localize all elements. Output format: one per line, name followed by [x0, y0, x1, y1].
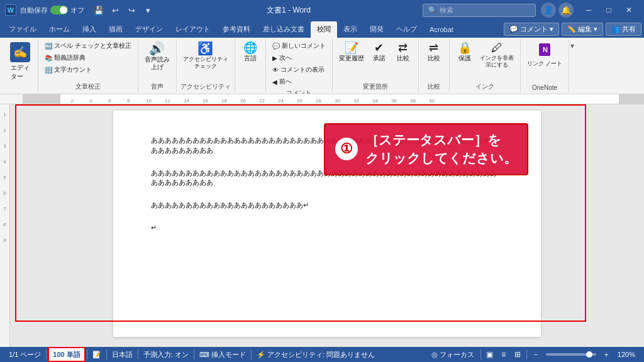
compare-content: ⇌ 比較	[423, 40, 445, 81]
ribbon-expand[interactable]: ▾	[569, 39, 575, 92]
protect-group-label: インク	[453, 81, 516, 91]
zoom-in-button[interactable]: ＋	[600, 348, 613, 361]
maximize-button[interactable]: □	[599, 0, 619, 20]
edit-dropdown-icon: ▾	[594, 25, 597, 33]
next-icon: ▶	[272, 55, 277, 62]
accessibility-content: ♿ アクセシビリティチェック	[180, 40, 231, 81]
language-icon: 🌐	[243, 42, 257, 53]
tab-home[interactable]: ホーム	[43, 21, 76, 38]
word-count-status[interactable]: 100 単語	[48, 347, 85, 362]
svg-text:N: N	[543, 46, 548, 53]
redo-icon[interactable]: ↪	[125, 3, 138, 17]
comments-group-label: コメント	[270, 87, 328, 94]
track-changes-label: 変更履歴	[339, 55, 364, 62]
document-page[interactable]: ① ［ステータスバー］を クリックしてください。 あああああああああああああああ…	[113, 111, 541, 337]
show-comments-button[interactable]: 👁 コメントの表示	[270, 64, 328, 75]
language-button[interactable]: 🌐 言語	[239, 40, 262, 64]
save-icon[interactable]: 💾	[92, 3, 106, 17]
zoom-slider[interactable]	[546, 353, 596, 356]
doc-line-3[interactable]: ああああああああああああああああああああああ↵	[151, 200, 503, 211]
protect-button[interactable]: 🔒 保護	[453, 40, 476, 64]
spell-check-button[interactable]: 🔤 スペル チェックと文章校正	[42, 40, 134, 52]
tab-review[interactable]: 校閲	[311, 21, 337, 38]
predict-label: 予測入力: オン	[143, 350, 189, 359]
customize-icon[interactable]: ▾	[141, 3, 155, 17]
compare-button[interactable]: ⇌ 比較	[423, 40, 445, 64]
new-comment-button[interactable]: 💬 新しいコメント	[270, 40, 328, 52]
edit-label: 編集	[578, 25, 592, 34]
link-notes-button[interactable]: N リンク ノート	[525, 40, 565, 69]
tab-design[interactable]: デザイン	[129, 21, 169, 38]
predict-status[interactable]: 予測入力: オン	[140, 347, 192, 362]
ribbon-tabs: ファイル ホーム 挿入 描画 デザイン レイアウト 参考資料 差し込み文書 校閲…	[0, 20, 644, 38]
bell-icon[interactable]: 🔔	[558, 3, 574, 18]
user-icons: 👤 🔔	[541, 3, 574, 18]
link-notes-icon: N	[537, 42, 552, 59]
tab-view[interactable]: 表示	[337, 21, 364, 38]
tab-developer[interactable]: 開発	[364, 21, 390, 38]
tab-help[interactable]: ヘルプ	[390, 21, 423, 38]
accept-button[interactable]: ✔ 承諾	[368, 40, 391, 64]
editor-label: エディター	[11, 63, 30, 81]
status-sep-8	[526, 349, 527, 359]
compare-label: 比較	[397, 55, 409, 62]
page-count-status[interactable]: 1/1 ページ	[5, 347, 45, 362]
language-group-label	[239, 90, 262, 91]
tab-mailings[interactable]: 差し込み文書	[257, 21, 311, 38]
ribbon-group-language: 🌐 言語	[235, 39, 266, 92]
wordcount-button[interactable]: 🔢 文字カウント	[42, 64, 134, 75]
close-button[interactable]: ✕	[619, 0, 639, 20]
autosave-toggle[interactable]	[50, 6, 68, 14]
track-changes-button[interactable]: 📝 変更履歴	[336, 40, 367, 64]
track-changes-indicator[interactable]: 📝	[89, 347, 105, 362]
edit-icon: ✏️	[567, 25, 576, 33]
window-controls: ─ □ ✕	[579, 0, 639, 20]
next-comment-button[interactable]: ▶ 次へ	[270, 52, 328, 63]
doc-line-4[interactable]: ↵	[151, 223, 503, 233]
tab-references[interactable]: 参考資料	[216, 21, 257, 38]
tab-file[interactable]: ファイル	[3, 21, 43, 38]
view-read[interactable]: ≡	[497, 348, 510, 361]
speech-button[interactable]: 🔊 音声読み上げ	[142, 40, 172, 73]
document-area[interactable]: ① ［ステータスバー］を クリックしてください。 あああああああああああああああ…	[10, 104, 644, 347]
hide-ink-button[interactable]: 🖊 インクを非表示にする	[477, 40, 516, 70]
editor-button[interactable]: ✍ エディター	[6, 40, 34, 83]
tab-draw[interactable]: 描画	[103, 21, 129, 38]
undo-icon[interactable]: ↩	[108, 3, 122, 17]
tab-insert[interactable]: 挿入	[76, 21, 103, 38]
edit-button[interactable]: ✏️ 編集 ▾	[562, 23, 603, 36]
user-avatar[interactable]: 👤	[541, 3, 556, 18]
ribbon-group-editor: ✍ エディター	[3, 39, 38, 92]
accessibility-status[interactable]: ⚡ アクセシビリティ: 問題ありません	[253, 347, 379, 362]
comment-button[interactable]: 💬 コメント ▾	[504, 23, 559, 36]
search-box[interactable]: 🔍 検索	[423, 4, 536, 17]
accessibility-status-label: アクセシビリティ: 問題ありません	[267, 350, 375, 359]
prev-comment-button[interactable]: ◀ 前へ	[270, 76, 328, 87]
tab-layout[interactable]: レイアウト	[169, 21, 216, 38]
accessibility-button[interactable]: ♿ アクセシビリティチェック	[180, 40, 231, 72]
autosave-area[interactable]: 自動保存 オフ	[20, 6, 84, 15]
speech-label: 音声読み上げ	[145, 56, 170, 71]
ribbon-group-protect: 🔒 保護 🖊 インクを非表示にする インク	[450, 39, 521, 92]
app-icon: W	[5, 4, 16, 16]
zoom-percent[interactable]: 120%	[614, 351, 639, 358]
autosave-state: オフ	[70, 6, 84, 15]
hide-ink-icon: 🖊	[491, 42, 502, 53]
ribbon-group-accessibility: ♿ アクセシビリティチェック アクセシビリティ	[177, 39, 235, 92]
compare-btn1[interactable]: ⇄ 比較	[392, 40, 414, 64]
minimize-button[interactable]: ─	[579, 0, 599, 20]
insert-mode-status[interactable]: ⌨ 挿入モード	[196, 347, 250, 362]
zoom-label: 120%	[618, 351, 635, 358]
status-sep-1	[46, 349, 47, 359]
autosave-label: 自動保存	[20, 6, 48, 15]
language-status[interactable]: 日本語	[108, 347, 136, 362]
thesaurus-icon: 📚	[45, 55, 52, 62]
tab-acrobat[interactable]: Acrobat	[423, 21, 460, 38]
focus-button[interactable]: ◎ フォーカス	[428, 350, 478, 359]
zoom-out-button[interactable]: －	[530, 348, 542, 361]
thesaurus-button[interactable]: 📚 類義語辞典	[42, 52, 134, 63]
view-print-layout[interactable]: ▣	[484, 348, 496, 361]
view-web[interactable]: ⊞	[511, 348, 524, 361]
share-button[interactable]: 👥 共有	[606, 23, 641, 36]
focus-label: フォーカス	[440, 350, 474, 359]
